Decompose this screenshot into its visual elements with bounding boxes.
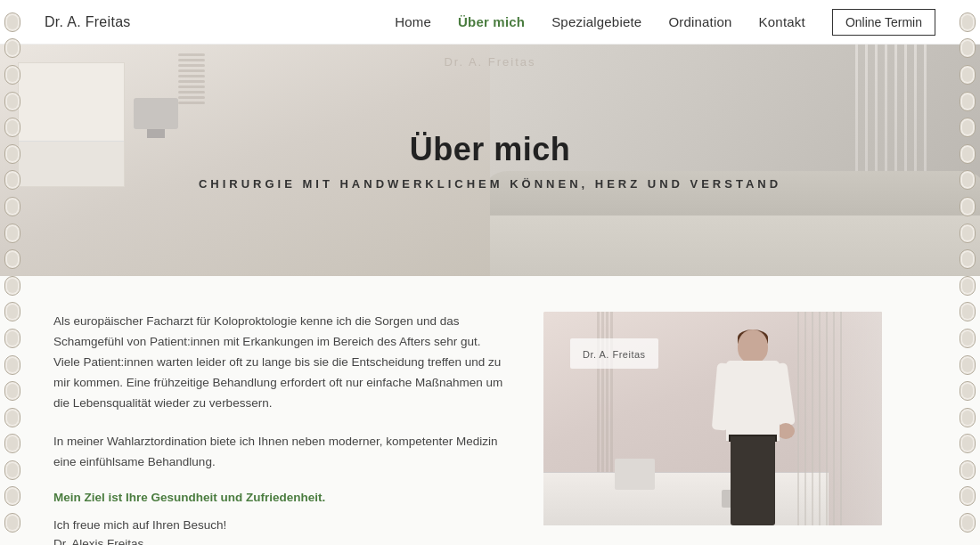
nav-spezialgebiete[interactable]: Spezialgebiete	[551, 14, 641, 29]
main-content: Als europäischer Facharzt für Koloprokto…	[0, 276, 980, 545]
nav-ordination[interactable]: Ordination	[668, 14, 731, 29]
nav-home[interactable]: Home	[395, 14, 431, 29]
online-termin-button[interactable]: Online Termin	[832, 9, 935, 36]
doctor-photo: Dr. A. Freitas	[543, 312, 882, 525]
doctor-pants	[731, 436, 775, 525]
doctor-figure	[713, 329, 793, 525]
header: Dr. A. Freitas Home Über mich Spezialgeb…	[0, 0, 980, 45]
doctor-shirt	[726, 361, 780, 441]
hero-section: Dr. A. Freitas Über mich CHIRURGIE MIT H…	[0, 45, 980, 276]
photo-sign: Dr. A. Freitas	[570, 338, 658, 369]
doctor-head	[738, 329, 768, 363]
highlight-text: Mein Ziel ist Ihre Gesundheit und Zufrie…	[53, 491, 508, 504]
nav-ueber-mich[interactable]: Über mich	[458, 14, 525, 29]
signature-text: Dr. Alexis Freitas	[53, 537, 508, 545]
photo-monitor	[615, 459, 655, 490]
hero-content: Über mich CHIRURGIE MIT HANDWERKLICHEM K…	[0, 45, 980, 276]
left-border-ornament	[0, 0, 25, 545]
site-logo: Dr. A. Freitas	[45, 14, 131, 30]
hero-subtitle: CHIRURGIE MIT HANDWERKLICHEM KÖNNEN, HER…	[199, 177, 781, 191]
nav-kontakt[interactable]: Kontakt	[759, 14, 805, 29]
text-column: Als europäischer Facharzt für Koloprokto…	[53, 312, 508, 545]
main-nav: Home Über mich Spezialgebiete Ordination…	[395, 9, 935, 36]
greeting-text: Ich freue mich auf Ihren Besuch!	[53, 518, 508, 532]
doctor-hand-right	[777, 423, 795, 439]
right-border-ornament	[955, 0, 980, 545]
hero-title: Über mich	[410, 131, 571, 168]
photo-column: Dr. A. Freitas	[543, 312, 882, 545]
paragraph-1: Als europäischer Facharzt für Koloprokto…	[53, 312, 508, 414]
paragraph-2: In meiner Wahlarztordination biete ich I…	[53, 432, 508, 473]
photo-sign-text: Dr. A. Freitas	[583, 349, 646, 360]
photo-window	[793, 312, 882, 525]
